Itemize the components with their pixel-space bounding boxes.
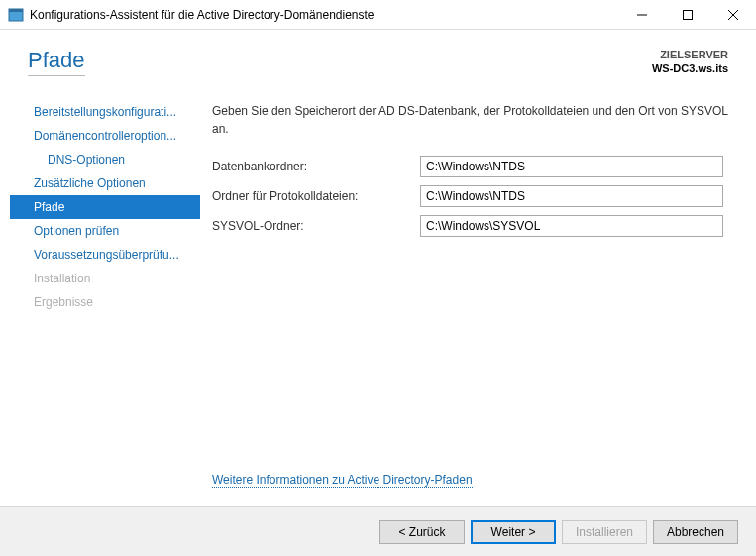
more-info-row: Weitere Informationen zu Active Director… xyxy=(212,473,730,506)
footer-buttons: < Zurück Weiter > Installieren Abbrechen xyxy=(0,506,756,556)
path-rows: Datenbankordner:Ordner für Protokolldate… xyxy=(212,156,730,245)
path-label-0: Datenbankordner: xyxy=(212,160,420,173)
window-controls xyxy=(619,0,756,29)
path-label-2: SYSVOL-Ordner: xyxy=(212,219,420,233)
sidebar-item-8: Ergebnisse xyxy=(10,290,200,314)
sidebar-item-7: Installation xyxy=(10,267,200,290)
svg-rect-1 xyxy=(9,9,23,12)
cancel-button[interactable]: Abbrechen xyxy=(653,520,738,544)
page-title: Pfade xyxy=(28,48,85,76)
sidebar-item-5[interactable]: Optionen prüfen xyxy=(10,219,200,243)
maximize-button[interactable] xyxy=(665,0,710,30)
titlebar: Konfigurations-Assistent für die Active … xyxy=(0,0,756,30)
target-server-label: ZIELSERVER xyxy=(652,48,728,61)
app-icon xyxy=(8,7,24,23)
minimize-button[interactable] xyxy=(619,0,665,30)
back-button[interactable]: < Zurück xyxy=(379,520,465,544)
sidebar-item-3[interactable]: Zusätzliche Optionen xyxy=(10,171,200,195)
more-info-link[interactable]: Weitere Informationen zu Active Director… xyxy=(212,473,473,488)
sidebar-item-0[interactable]: Bereitstellungskonfigurati... xyxy=(10,100,200,124)
path-row-0: Datenbankordner: xyxy=(212,156,730,177)
header: Pfade ZIELSERVER WS-DC3.ws.its xyxy=(0,30,756,84)
main-area: Bereitstellungskonfigurati...Domänencont… xyxy=(0,84,756,506)
path-input-1[interactable] xyxy=(420,185,723,207)
intro-text: Geben Sie den Speicherort der AD DS-Date… xyxy=(212,102,730,138)
path-input-2[interactable] xyxy=(420,215,723,237)
path-row-1: Ordner für Protokolldateien: xyxy=(212,185,730,207)
sidebar-item-6[interactable]: Voraussetzungsüberprüfu... xyxy=(10,243,200,267)
install-button[interactable]: Installieren xyxy=(562,520,647,544)
target-server-block: ZIELSERVER WS-DC3.ws.its xyxy=(652,48,728,76)
next-button[interactable]: Weiter > xyxy=(471,520,556,544)
sidebar-item-2[interactable]: DNS-Optionen xyxy=(10,148,200,171)
close-button[interactable] xyxy=(710,0,756,30)
sidebar-item-1[interactable]: Domänencontrolleroption... xyxy=(10,124,200,148)
sidebar-item-4[interactable]: Pfade xyxy=(10,195,200,219)
path-row-2: SYSVOL-Ordner: xyxy=(212,215,730,237)
wizard-sidebar: Bereitstellungskonfigurati...Domänencont… xyxy=(10,94,200,506)
window-title: Konfigurations-Assistent für die Active … xyxy=(30,8,619,22)
content-panel: Geben Sie den Speicherort der AD DS-Date… xyxy=(200,94,746,506)
svg-rect-3 xyxy=(684,11,693,20)
path-label-1: Ordner für Protokolldateien: xyxy=(212,189,420,203)
target-server-value: WS-DC3.ws.its xyxy=(652,61,728,75)
path-input-0[interactable] xyxy=(420,156,723,177)
